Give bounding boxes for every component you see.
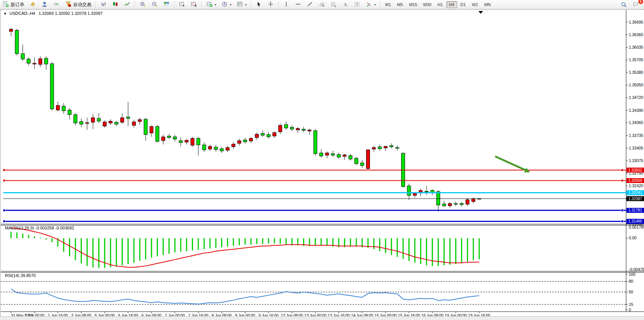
candle-body (138, 119, 142, 121)
toolbar-separator (135, 1, 135, 8)
chevron-down-icon[interactable]: ▼ (3, 12, 7, 16)
main-toolbar: 新订单自动交易▾▾▾EFAT▾M1M5M15M30H1H4D1W1MN1 (0, 0, 644, 10)
chevron-down-icon[interactable]: ▾ (374, 3, 376, 6)
candle-body (208, 146, 212, 149)
toolbar-group: 新订单自动交易 (0, 0, 94, 9)
period-button[interactable]: ▾ (219, 0, 234, 10)
chart-symbol-timeframe: USDCAD-,H4 (10, 11, 35, 16)
chart-end-button[interactable] (188, 0, 199, 10)
fibonacci-button[interactable]: F (328, 0, 339, 10)
price-tick-label: 1.36365 (629, 32, 643, 37)
hline-handle[interactable] (621, 209, 623, 212)
candle-body (226, 148, 229, 150)
cursor-button[interactable] (253, 0, 265, 10)
rsi-axis-label: 0 (629, 307, 631, 312)
autotrade-button[interactable]: 自动交易 (63, 0, 94, 10)
timeframe-button-h4[interactable]: H4 (446, 1, 457, 8)
hline-handle[interactable] (621, 220, 623, 223)
hline-handle[interactable] (621, 169, 623, 171)
new-order-button-label: 新订单 (11, 2, 24, 8)
candle-body (366, 150, 370, 169)
candle-body (220, 149, 223, 151)
candle-body (425, 191, 428, 192)
candle-body (437, 192, 440, 205)
notifications-button[interactable]: 1 (630, 0, 641, 9)
tile-windows-button[interactable] (161, 0, 172, 10)
macd-axis-label: 0.001789 (629, 225, 644, 229)
candle-body (191, 139, 194, 145)
toolbar-group (253, 0, 277, 9)
fibo-icon: F (330, 1, 337, 8)
chevron-down-icon[interactable]: ▾ (230, 3, 231, 6)
candle-body (150, 126, 153, 133)
line-chart-mode-button[interactable] (122, 0, 133, 10)
new-order-button[interactable]: 新订单 (0, 0, 27, 10)
candle-body (284, 124, 288, 128)
chart-window[interactable]: ▼ USDCAD-,H4 1.32083 1.32092 1.32078 1.3… (0, 9, 644, 316)
hline-handle[interactable] (3, 179, 5, 181)
timeframe-button-mn[interactable]: MN (481, 1, 493, 8)
deposit-button[interactable] (27, 0, 38, 10)
candle-body (290, 127, 294, 129)
channel-button[interactable]: E (316, 0, 327, 10)
timeframe-button-m1[interactable]: M1 (383, 1, 394, 8)
toolbar-group (98, 0, 133, 9)
zoom-out-button[interactable] (149, 0, 160, 10)
add-indicator-button[interactable]: ▾ (204, 0, 218, 10)
crosshair-button[interactable] (265, 0, 276, 10)
candle-body (413, 193, 416, 196)
candle-body (238, 141, 241, 143)
candle-chart-mode-button[interactable] (110, 0, 121, 10)
rsi-axis-label: 15 (629, 302, 633, 307)
signal-button[interactable] (51, 0, 62, 10)
horizontal-line-button[interactable] (293, 0, 304, 10)
vertical-line-button[interactable] (281, 0, 292, 10)
linechart-icon (124, 1, 131, 8)
svg-text:E: E (323, 5, 324, 7)
candle-body (156, 126, 159, 141)
chevron-down-icon[interactable]: ▾ (215, 3, 216, 6)
bar-chart-mode-button[interactable] (98, 0, 109, 10)
vline-icon (283, 1, 290, 8)
timeframe-button-m15[interactable]: M15 (406, 1, 420, 8)
svg-text:T: T (356, 2, 359, 6)
label-button[interactable]: T (352, 0, 363, 10)
timeframe-button-w1[interactable]: W1 (469, 1, 481, 8)
hline-handle[interactable] (621, 179, 623, 181)
candle-body (109, 121, 112, 123)
search-button[interactable] (618, 0, 630, 9)
trendline-button[interactable] (304, 0, 316, 10)
hline-handle[interactable] (3, 169, 5, 171)
candle-body (343, 155, 346, 156)
notification-badge: 1 (638, 0, 643, 4)
chart-canvas[interactable]: 1.366951.363651.360351.357051.353801.350… (0, 10, 644, 317)
candle-body (255, 134, 258, 138)
candle-body (360, 163, 364, 166)
timeframe-button-d1[interactable]: D1 (458, 1, 469, 8)
candle-body (103, 122, 107, 126)
timeframe-toolbar: M1M5M15M30H1H4D1W1MN (382, 0, 494, 9)
text-button[interactable]: A (340, 0, 351, 10)
bars-icon (100, 1, 107, 8)
textA-icon: A (342, 1, 349, 8)
candle-body (349, 156, 352, 159)
candle-body (80, 121, 83, 124)
arrows-icon (366, 1, 372, 8)
toolbar-separator (380, 1, 381, 8)
timeframe-button-h1[interactable]: H1 (435, 1, 445, 8)
profile-button[interactable] (39, 0, 50, 10)
zoom-in-button[interactable] (137, 0, 148, 10)
price-tick-label: 1.34065 (629, 120, 643, 125)
candle-body (279, 125, 282, 132)
timeframe-button-m5[interactable]: M5 (394, 1, 405, 8)
toolbar-separator (174, 1, 175, 8)
hline-handle[interactable] (3, 209, 5, 212)
chart-forward-button[interactable] (177, 0, 188, 10)
template-button[interactable]: ▾ (234, 0, 249, 10)
hline-handle[interactable] (3, 220, 5, 223)
candle-body (261, 134, 265, 135)
arrows-button[interactable]: ▾ (363, 0, 378, 10)
timeframe-button-m30[interactable]: M30 (421, 1, 434, 8)
chevron-down-icon[interactable]: ▾ (245, 3, 247, 6)
rsi-axis-label: 100 (629, 272, 636, 277)
